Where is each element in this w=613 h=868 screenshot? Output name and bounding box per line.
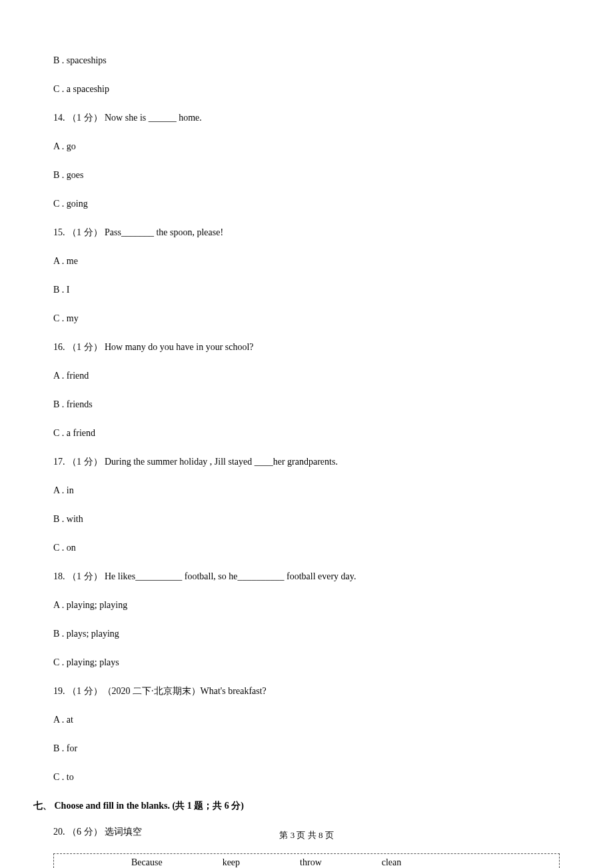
q17-text: 17. （1 分） During the summer holiday , Ji… — [53, 455, 560, 469]
q15-option-a: A . me — [53, 254, 560, 268]
q18-text: 18. （1 分） He likes__________ football, s… — [53, 569, 560, 583]
q13-option-b: B . spaceships — [53, 53, 560, 67]
word-keep: keep — [223, 855, 240, 868]
q17-option-c: C . on — [53, 541, 560, 555]
q15-option-c: C . my — [53, 311, 560, 325]
word-because: Because — [131, 855, 163, 868]
q14-option-b: B . goes — [53, 168, 560, 182]
q19-text: 19. （1 分）（2020 二下·北京期末）What's breakfast? — [53, 684, 560, 698]
page-footer: 第 3 页 共 8 页 — [0, 829, 613, 842]
q14-option-a: A . go — [53, 139, 560, 153]
word-bank-box: Because keep throw clean — [53, 853, 560, 868]
q16-option-c: C . a friend — [53, 426, 560, 440]
q19-option-a: A . at — [53, 713, 560, 727]
q19-option-c: C . to — [53, 770, 560, 784]
q16-option-a: A . friend — [53, 369, 560, 383]
q18-option-a: A . playing; playing — [53, 598, 560, 612]
q15-text: 15. （1 分） Pass_______ the spoon, please! — [53, 225, 560, 239]
q13-option-c: C . a spaceship — [53, 82, 560, 96]
q19-option-b: B . for — [53, 741, 560, 755]
q18-option-b: B . plays; playing — [53, 627, 560, 641]
word-clean: clean — [382, 855, 402, 868]
word-throw: throw — [300, 855, 322, 868]
q18-option-c: C . playing; plays — [53, 655, 560, 669]
q14-text: 14. （1 分） Now she is ______ home. — [53, 111, 560, 125]
q17-option-a: A . in — [53, 483, 560, 497]
q15-option-b: B . I — [53, 283, 560, 297]
q14-option-c: C . going — [53, 197, 560, 211]
section-7-heading: 七、 Choose and fill in the blanks. (共 1 题… — [33, 799, 560, 813]
q16-option-b: B . friends — [53, 397, 560, 411]
q16-text: 16. （1 分） How many do you have in your s… — [53, 340, 560, 354]
q17-option-b: B . with — [53, 512, 560, 526]
